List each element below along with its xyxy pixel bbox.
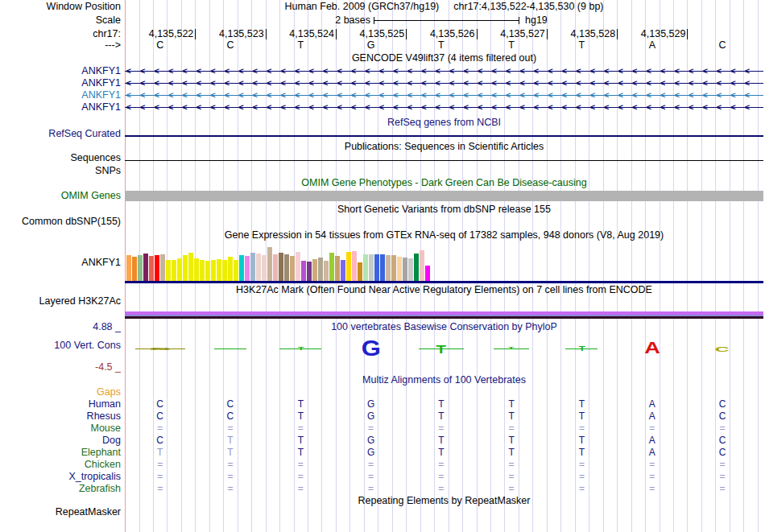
gtex-gene-label[interactable]: ANKFY1 (81, 258, 121, 268)
gtex-tissue-bar[interactable] (205, 261, 210, 281)
gtex-tissue-bar[interactable] (307, 262, 312, 281)
refseq-curated-label[interactable]: RefSeq Curated (48, 129, 121, 139)
gtex-tissue-bar[interactable] (194, 258, 199, 281)
omim-gene-bar[interactable] (125, 191, 763, 201)
gtex-tissue-bar[interactable] (301, 261, 306, 281)
left-arrow-icon: < (590, 102, 595, 113)
left-arrow-icon: < (548, 78, 552, 89)
gtex-tissue-bar[interactable] (245, 256, 250, 281)
ruler-tick (477, 29, 478, 39)
species-label-elephant[interactable]: Elephant (81, 447, 121, 458)
left-arrow-icon: < (309, 102, 314, 113)
gtex-tissue-bar[interactable] (222, 260, 227, 281)
species-label-human[interactable]: Human (89, 399, 121, 410)
gencode-gene-row[interactable]: <<<<<<<<<<<<<<<<<<<<<<<<<<<<<<<<<<<<<<<<… (125, 102, 763, 113)
gtex-tissue-bar[interactable] (183, 255, 188, 281)
gtex-tissue-bar[interactable] (217, 259, 221, 281)
publications-item-line[interactable] (125, 160, 763, 161)
left-arrow-icon: < (323, 78, 328, 89)
gtex-tissue-bar[interactable] (250, 253, 255, 281)
gtex-tissue-bar[interactable] (369, 254, 374, 281)
gtex-tissue-bar[interactable] (414, 254, 419, 281)
gtex-tissue-bar[interactable] (126, 255, 131, 281)
gtex-tissue-bar[interactable] (391, 255, 396, 281)
sequences-label[interactable]: Sequences (70, 153, 121, 163)
gtex-tissue-bar[interactable] (329, 253, 334, 281)
gtex-tissue-bar[interactable] (132, 257, 137, 281)
alignment-base: T (504, 447, 519, 458)
species-label-gaps[interactable]: Gaps (97, 387, 121, 398)
gtex-tissue-bar[interactable] (296, 252, 300, 281)
gtex-tissue-bar[interactable] (188, 253, 193, 281)
gtex-tissue-bar[interactable] (143, 254, 148, 281)
gtex-tissue-bar[interactable] (273, 254, 278, 281)
gencode-gene-row[interactable]: <<<<<<<<<<<<<<<<<<<<<<<<<<<<<<<<<<<<<<<<… (125, 66, 763, 76)
gtex-tissue-bar[interactable] (228, 257, 233, 281)
gtex-tissue-bar[interactable] (363, 254, 368, 281)
common-dbsnp-label[interactable]: Common dbSNP(155) (22, 217, 121, 227)
gtex-tissue-bar[interactable] (397, 257, 402, 281)
left-arrow-icon: < (351, 90, 356, 101)
h3k27ac-signal-band[interactable] (125, 311, 763, 319)
gtex-tissue-bar[interactable] (312, 259, 317, 281)
species-label-chicken[interactable]: Chicken (85, 460, 121, 470)
gtex-tissue-bar[interactable] (408, 258, 413, 281)
gtex-tissue-bar[interactable] (403, 258, 407, 281)
ruler-number: 4,135,525 (360, 29, 405, 39)
species-label-dog[interactable]: Dog (102, 435, 121, 446)
gtex-tissue-bar[interactable] (386, 255, 391, 281)
gtex-tissue-bar[interactable] (290, 256, 295, 281)
gtex-tissue-bar[interactable] (284, 254, 289, 281)
gtex-tissue-bar[interactable] (279, 253, 283, 281)
gene-intron-line (125, 107, 763, 108)
gene-label-ankfy1-3[interactable]: ANKFY1 (81, 90, 121, 101)
gtex-tissue-bar[interactable] (160, 254, 165, 281)
snps-label[interactable]: SNPs (95, 166, 121, 176)
gtex-tissue-bar[interactable] (267, 247, 272, 281)
omim-genes-label[interactable]: OMIM Genes (61, 191, 121, 201)
gene-label-ankfy1-2[interactable]: ANKFY1 (81, 78, 121, 89)
refseq-gene-line[interactable] (125, 135, 763, 137)
gencode-gene-row[interactable]: <<<<<<<<<<<<<<<<<<<<<<<<<<<<<<<<<<<<<<<<… (125, 78, 763, 89)
species-label-xtropicalis[interactable]: X_tropicalis (68, 472, 121, 482)
species-label-mouse[interactable]: Mouse (90, 423, 121, 434)
gtex-tissue-bar[interactable] (172, 260, 176, 281)
gtex-tissue-bar[interactable] (234, 260, 238, 281)
gtex-tissue-bar[interactable] (374, 254, 379, 281)
gtex-tissue-bar[interactable] (149, 256, 154, 281)
gtex-tissue-bar[interactable] (256, 254, 261, 281)
window-position-label: Window Position (47, 2, 121, 12)
gene-label-ankfy1-4[interactable]: ANKFY1 (81, 102, 121, 113)
gtex-tissue-bar[interactable] (262, 255, 267, 281)
left-arrow-icon: < (492, 102, 497, 113)
gtex-tissue-bar[interactable] (200, 260, 205, 281)
gtex-tissue-bar[interactable] (335, 256, 340, 281)
base-letter: C (713, 40, 732, 51)
gtex-tissue-bar[interactable] (155, 255, 159, 281)
gtex-tissue-bar[interactable] (138, 255, 143, 281)
species-label-zebrafish[interactable]: Zebrafish (79, 484, 121, 494)
scale-bar (374, 17, 519, 24)
gtex-tissue-bar[interactable] (177, 258, 182, 281)
gtex-tissue-bar[interactable] (420, 250, 424, 281)
gtex-tissue-bar[interactable] (166, 260, 171, 281)
gtex-tissue-bar[interactable] (346, 252, 351, 281)
gtex-tissue-bar[interactable] (318, 258, 323, 281)
vert-cons-label[interactable]: 100 Vert. Cons (54, 340, 121, 351)
gtex-tissue-bar[interactable] (358, 262, 362, 281)
gtex-tissue-bar[interactable] (324, 261, 329, 281)
left-arrow-icon: < (436, 78, 440, 89)
ruler-tick (617, 29, 618, 39)
gtex-tissue-bar[interactable] (425, 266, 430, 281)
gene-label-ankfy1-1[interactable]: ANKFY1 (81, 66, 121, 76)
gtex-tissue-bar[interactable] (211, 260, 216, 281)
gtex-tissue-bar[interactable] (380, 254, 385, 281)
repeatmasker-label[interactable]: RepeatMasker (56, 507, 121, 518)
gtex-tissue-bar[interactable] (352, 251, 357, 281)
gtex-tissue-bar[interactable] (341, 260, 345, 281)
species-label-rhesus[interactable]: Rhesus (87, 411, 121, 422)
left-arrow-icon: < (492, 78, 497, 89)
gtex-tissue-bar[interactable] (239, 255, 244, 281)
layered-h3k27ac-label[interactable]: Layered H3K27Ac (39, 296, 121, 307)
gencode-gene-row[interactable]: <<<<<<<<<<<<<<<<<<<<<<<<<<<<<<<<<<<<<<<<… (125, 90, 763, 101)
